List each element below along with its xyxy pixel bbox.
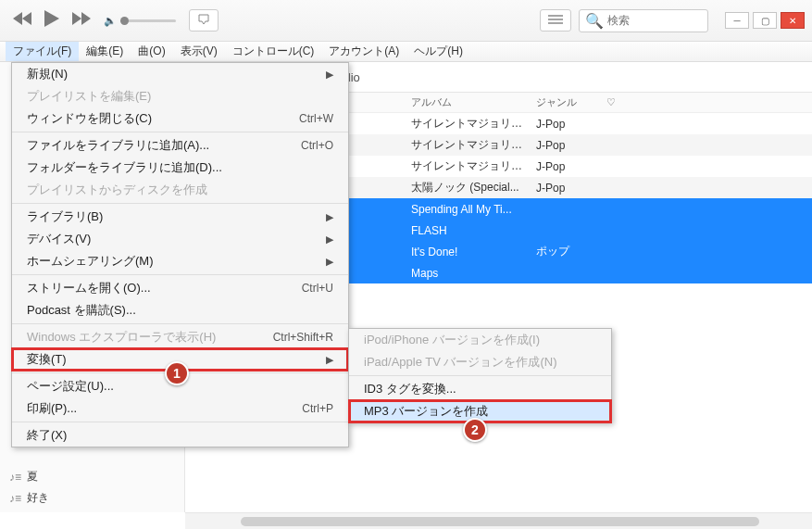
scrollbar-thumb[interactable] [241,517,759,526]
menu-item[interactable]: ライブラリ(B)▶ [12,206,348,228]
menu-item[interactable]: ウィンドウを閉じる(C)Ctrl+W [12,107,348,130]
menu-item[interactable]: 終了(X) [12,424,348,447]
menu-item[interactable]: 印刷(P)...Ctrl+P [12,397,348,420]
playlist-icon: ♪≡ [9,492,21,505]
volume-slider-track[interactable] [120,19,176,22]
menu-item: プレイリストからディスクを作成 [12,179,348,201]
window-controls: ─ ▢ ✕ [725,12,805,29]
submenu-item[interactable]: ID3 タグを変換... [349,378,611,400]
play-icon[interactable] [44,10,59,31]
close-button[interactable]: ✕ [781,12,805,29]
search-input[interactable] [607,14,702,27]
horizontal-scrollbar[interactable] [185,512,812,529]
menu-item[interactable]: ホームシェアリング(M)▶ [12,250,348,272]
menu-item[interactable]: フォルダーをライブラリに追加(D)... [12,157,348,179]
search-box[interactable]: 🔍 [579,9,708,32]
menu-item[interactable]: Podcast を購読(S)... [12,299,348,321]
playback-controls [13,10,91,31]
previous-track-icon[interactable] [13,12,31,29]
menu-account[interactable]: アカウント(A) [321,42,406,61]
menu-item[interactable]: ファイルをライブラリに追加(A)...Ctrl+O [12,134,348,157]
list-view-button[interactable] [540,9,571,31]
menu-control[interactable]: コントロール(C) [225,42,322,61]
airplay-button[interactable] [189,9,219,31]
playlist-item[interactable]: ♪≡夏 [0,466,185,487]
menu-item: Windows エクスプローラで表示(H)Ctrl+Shift+R [12,326,348,348]
menu-view[interactable]: 表示(V) [173,42,225,61]
menu-item[interactable]: 新規(N)▶ [12,63,348,85]
playlist-item[interactable]: ♪≡好き [0,487,185,509]
next-track-icon[interactable] [72,12,91,29]
menu-bar: ファイル(F) 編集(E) 曲(O) 表示(V) コントロール(C) アカウント… [0,42,812,62]
col-header-album[interactable]: アルバム [407,95,532,109]
menu-item: プレイリストを編集(E) [12,85,348,107]
submenu-item: iPad/Apple TV バージョンを作成(N) [349,351,611,373]
callout-badge-2: 2 [463,418,487,442]
minimize-button[interactable]: ─ [725,12,749,29]
top-controls: 🔈 🔍 ─ ▢ ✕ [0,0,812,42]
col-header-genre[interactable]: ジャンル [532,95,597,109]
menu-file[interactable]: ファイル(F) [6,42,79,61]
search-icon: 🔍 [585,12,604,30]
menu-edit[interactable]: 編集(E) [79,42,131,61]
menu-help[interactable]: ヘルプ(H) [406,42,470,61]
convert-submenu: iPod/iPhone バージョンを作成(I)iPad/Apple TV バージ… [348,328,612,423]
volume-icon: 🔈 [104,15,117,27]
volume-control[interactable]: 🔈 [104,15,176,27]
playlist-icon: ♪≡ [9,471,21,484]
menu-item[interactable]: ストリームを開く(O)...Ctrl+U [12,277,348,299]
file-menu-dropdown: 新規(N)▶プレイリストを編集(E)ウィンドウを閉じる(C)Ctrl+Wファイル… [11,62,349,447]
submenu-item: iPod/iPhone バージョンを作成(I) [349,329,611,351]
menu-song[interactable]: 曲(O) [131,42,172,61]
maximize-button[interactable]: ▢ [753,12,777,29]
sidebar-playlists: ♪≡夏 ♪≡好き [0,462,185,512]
callout-badge-1: 1 [165,361,189,385]
col-header-heart[interactable]: ♡ [597,96,625,108]
right-controls: 🔍 ─ ▢ ✕ [540,9,805,32]
menu-item[interactable]: デバイス(V)▶ [12,228,348,250]
volume-slider-thumb[interactable] [120,17,129,25]
